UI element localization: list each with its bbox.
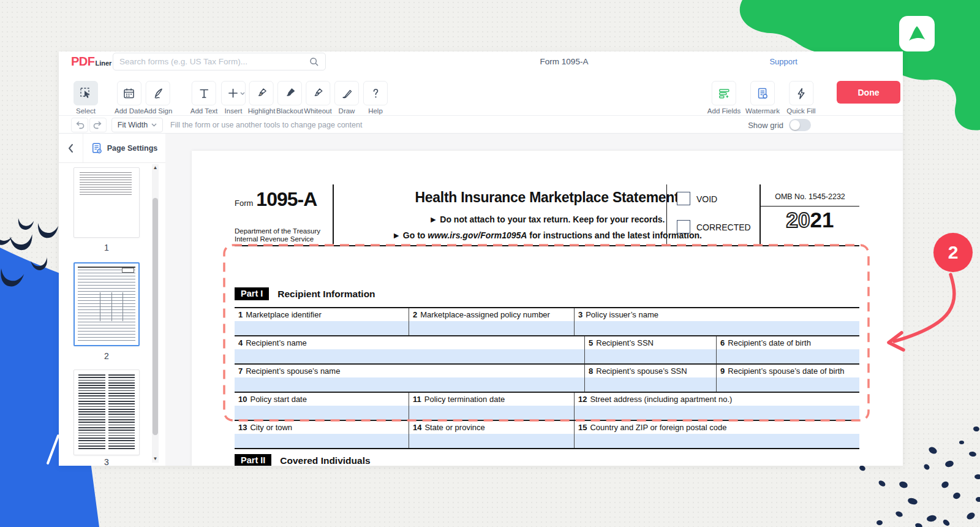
question-mark-icon — [369, 87, 382, 100]
field-input-4[interactable] — [235, 349, 584, 363]
tool-label: Add Fields — [707, 107, 741, 115]
form-word: Form — [235, 199, 253, 208]
field-input-7[interactable] — [235, 377, 584, 392]
highlight-brush-icon — [255, 87, 268, 100]
scroll-down-arrow[interactable]: ▼ — [152, 455, 159, 463]
thumbnail-scrollbar[interactable]: ▲ ▼ — [152, 164, 159, 463]
page-number-2: 2 — [74, 351, 140, 361]
tool-select[interactable]: Select — [74, 81, 98, 115]
field-input-1[interactable] — [235, 321, 409, 335]
scroll-up-arrow[interactable]: ▲ — [152, 164, 159, 172]
show-grid-toggle[interactable] — [789, 119, 811, 131]
field-number: 10 — [238, 395, 247, 404]
redo-button[interactable] — [89, 118, 107, 132]
step-annotation-badge: 2 — [933, 233, 973, 272]
field-label: Policy start date — [250, 395, 307, 404]
field-input-12[interactable] — [575, 406, 859, 420]
field-number: 8 — [589, 366, 593, 376]
field-label: Marketplace identifier — [246, 310, 322, 319]
step-number: 2 — [948, 242, 959, 263]
corrected-checkbox[interactable] — [677, 220, 690, 233]
show-grid-label: Show grid — [748, 121, 783, 130]
thumbnail-form-preview — [78, 267, 135, 342]
field-input-3[interactable] — [575, 321, 859, 335]
app-header: PDF Liner Form 1095-A Support — [59, 51, 903, 72]
field-input-8[interactable] — [585, 377, 716, 392]
tool-blackout[interactable]: Blackout — [276, 81, 303, 115]
part2-badge: Part II — [235, 454, 271, 466]
tool-help[interactable]: Help — [363, 81, 388, 115]
page-number-3: 3 — [74, 457, 140, 466]
void-label: VOID — [696, 194, 717, 204]
undo-button[interactable] — [71, 118, 88, 132]
corrected-label: CORRECTED — [696, 222, 751, 232]
field-input-11[interactable] — [409, 406, 574, 420]
field-number: 13 — [238, 423, 247, 432]
whiteout-brush-icon — [311, 87, 324, 100]
field-input-5[interactable] — [585, 349, 716, 363]
tool-add-fields[interactable]: Add Fields — [707, 81, 741, 115]
tool-label: Add Text — [190, 107, 218, 115]
field-input-10[interactable] — [235, 406, 409, 420]
tool-label: Add Sign — [144, 107, 173, 115]
search-icon[interactable] — [309, 56, 319, 67]
paintbrush-icon — [341, 87, 353, 100]
field-number: 1 — [238, 310, 243, 319]
page-thumbnail-3[interactable] — [74, 370, 140, 455]
dept-line-2: Internal Revenue Service — [235, 235, 320, 243]
page-settings-button[interactable]: Page Settings — [83, 142, 165, 154]
sub-toolbar: Fit Width Fill the form or use another t… — [59, 115, 903, 134]
main-content: Page Settings 1 — [59, 134, 903, 466]
year-outline: 20 — [786, 208, 810, 232]
tool-quick-fill[interactable]: Quick Fill — [786, 81, 815, 115]
toolbar-hint-text: Fill the form or use another tools to ch… — [170, 121, 362, 129]
tool-label: Insert — [225, 107, 243, 115]
field-input-15[interactable] — [575, 434, 859, 448]
tool-highlight[interactable]: Highlight — [248, 81, 276, 115]
tool-add-sign[interactable]: Add Sign — [144, 81, 173, 115]
page-thumbnail-2[interactable] — [74, 262, 140, 346]
tool-whiteout[interactable]: Whiteout — [304, 81, 331, 115]
search-input[interactable] — [113, 57, 309, 66]
tool-add-text[interactable]: Add Text — [190, 81, 218, 115]
dept-line-1: Department of the Treasury — [235, 227, 320, 235]
field-number: 4 — [238, 338, 243, 347]
collapse-sidebar-button[interactable] — [59, 134, 83, 162]
field-number: 15 — [578, 423, 587, 432]
void-checkbox[interactable] — [677, 192, 690, 205]
tool-draw[interactable]: Draw — [334, 81, 359, 115]
field-input-6[interactable] — [717, 349, 859, 363]
field-input-2[interactable] — [409, 321, 574, 335]
field-number: 3 — [578, 310, 582, 319]
field-input-13[interactable] — [235, 434, 409, 448]
irs-form-1095a: Form 1095-A Department of the Treasury I… — [235, 184, 859, 246]
tool-label: Quick Fill — [786, 107, 815, 115]
tool-watermark[interactable]: Watermark — [745, 81, 780, 115]
form-header: Form 1095-A Department of the Treasury I… — [235, 184, 859, 246]
instruction-2-url: www.irs.gov/Form1095A — [428, 230, 527, 240]
tool-add-date[interactable]: Add Date — [115, 81, 144, 115]
field-input-9[interactable] — [717, 377, 859, 392]
year-solid: 21 — [810, 208, 834, 232]
field-label: Recipient’s SSN — [596, 338, 654, 347]
part1-title: Recipient Information — [277, 289, 375, 300]
text-icon — [197, 87, 210, 100]
add-fields-icon — [718, 87, 731, 100]
thumbnail-text-columns — [78, 374, 135, 450]
zoom-mode-dropdown[interactable]: Fit Width — [111, 118, 163, 132]
tool-insert[interactable]: Insert — [221, 81, 246, 115]
support-link[interactable]: Support — [769, 57, 797, 66]
redo-icon — [92, 119, 104, 131]
field-number: 5 — [589, 338, 593, 347]
form-number: 1095-A — [256, 188, 317, 211]
done-button[interactable]: Done — [837, 81, 900, 104]
page-thumbnail-1[interactable] — [74, 167, 140, 238]
tool-label: Select — [76, 107, 96, 115]
field-number: 2 — [413, 310, 417, 319]
field-input-14[interactable] — [409, 434, 574, 448]
pdfliner-logo[interactable]: PDF Liner — [71, 55, 111, 69]
table-row: 7Recipient’s spouse’s name 8Recipient’s … — [235, 365, 859, 393]
scrollbar-thumb[interactable] — [153, 198, 158, 435]
field-label: State or province — [424, 423, 484, 432]
field-label: City or town — [250, 423, 292, 432]
